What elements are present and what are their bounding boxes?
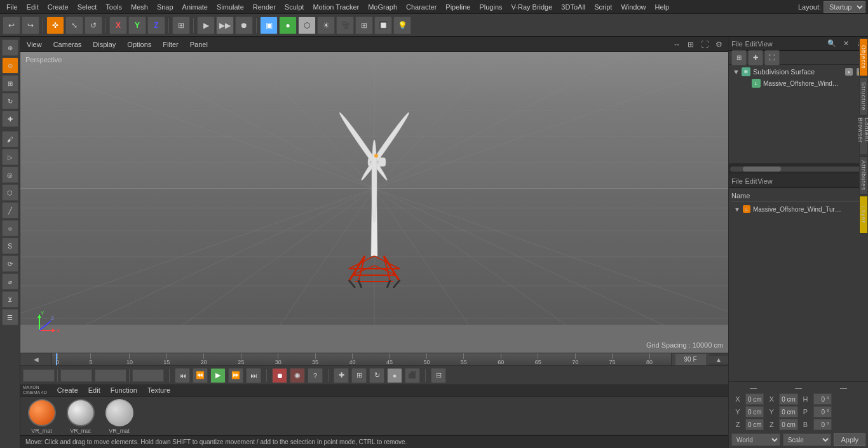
left-btn-4[interactable]: ↻ xyxy=(2,93,18,109)
menu-mesh[interactable]: Mesh xyxy=(127,2,152,12)
timeline-arrow-up[interactable]: ▲ xyxy=(715,356,722,363)
material-swatch-0[interactable]: VR_mat xyxy=(24,399,59,434)
coord-y-size-input[interactable] xyxy=(779,406,797,417)
scrollbar-thumb[interactable] xyxy=(743,166,781,172)
menu-script[interactable]: Script xyxy=(590,2,616,12)
end-frame-input[interactable] xyxy=(675,353,707,366)
menu-vraybridge[interactable]: V-Ray Bridge xyxy=(508,2,557,12)
object-mode-button[interactable]: ⊞ xyxy=(172,17,190,34)
redo-button[interactable]: ↪ xyxy=(22,17,39,34)
vp-fit-icon[interactable]: ⊞ xyxy=(685,39,696,50)
coord-x-pos-input[interactable] xyxy=(745,393,764,405)
menu-motiontracker[interactable]: Motion Tracker xyxy=(309,2,363,12)
vp-settings-icon[interactable]: ⚙ xyxy=(713,39,724,50)
objects-edit-btn[interactable]: Edit xyxy=(745,38,757,50)
preview-end-input[interactable]: 90 F xyxy=(95,369,126,382)
objects-close-icon[interactable]: ✕ xyxy=(840,38,851,50)
scale-dropdown[interactable]: Scale xyxy=(783,433,832,446)
menu-tools[interactable]: Tools xyxy=(102,2,126,12)
cylinder-button[interactable]: ⬡ xyxy=(298,17,316,34)
right-tab-content-browser[interactable]: Content Browser xyxy=(859,117,868,155)
auto-key-button[interactable]: ◉ xyxy=(290,368,305,383)
menu-render[interactable]: Render xyxy=(249,2,280,12)
scene-button[interactable]: 🔲 xyxy=(374,17,392,34)
preview-start-input[interactable]: 0 F xyxy=(60,369,92,382)
cube-button[interactable]: ▣ xyxy=(260,17,278,34)
menu-select[interactable]: Select xyxy=(74,2,101,12)
objects-item-subdivision[interactable]: ▼ ⊞ Subdivision Surface ● 🔒 xyxy=(730,66,867,78)
undo-button[interactable]: ↩ xyxy=(3,17,20,34)
left-btn-9[interactable]: ⬡ xyxy=(2,184,18,201)
camera-button[interactable]: 🎥 xyxy=(336,17,354,34)
step-forward-button[interactable]: ⏩ xyxy=(228,368,243,383)
current-frame-input[interactable]: 0 F xyxy=(23,369,55,382)
menu-file[interactable]: File xyxy=(3,2,22,12)
left-btn-7[interactable]: ▷ xyxy=(2,149,18,165)
coord-h-input[interactable] xyxy=(813,393,832,405)
menu-simulate[interactable]: Simulate xyxy=(213,2,248,12)
menu-create[interactable]: Create xyxy=(44,2,72,12)
sphere-button[interactable]: ● xyxy=(279,17,297,34)
menu-sculpt[interactable]: Sculpt xyxy=(281,2,308,12)
attr-file-btn[interactable]: File xyxy=(731,175,743,187)
menu-plugins[interactable]: Plugins xyxy=(475,2,506,12)
coord-b-input[interactable] xyxy=(813,419,832,430)
apply-button[interactable]: Apply xyxy=(834,433,865,446)
solo-button[interactable]: ● xyxy=(387,368,402,383)
grid-button[interactable]: ⊞ xyxy=(355,17,373,34)
coord-z-size-input[interactable] xyxy=(779,419,797,430)
vp-fullscreen-icon[interactable]: ⛶ xyxy=(699,39,710,50)
left-btn-12[interactable]: S xyxy=(2,238,18,254)
left-btn-16[interactable]: ☰ xyxy=(2,309,18,325)
render-button[interactable]: ▶▶ xyxy=(216,17,234,34)
menu-edit[interactable]: Edit xyxy=(23,2,43,12)
menu-3dtoall[interactable]: 3DToAll xyxy=(557,2,589,12)
move-tool-button[interactable]: ✜ xyxy=(46,17,64,34)
viewport[interactable]: Perspective xyxy=(20,52,728,353)
menu-animate[interactable]: Animate xyxy=(179,2,212,12)
left-btn-paint[interactable]: 🖌 xyxy=(2,131,18,147)
timeline-ruler[interactable]: 0 5 10 15 20 25 30 35 40 45 50 55 60 65 … xyxy=(52,353,671,365)
obj-btn-1[interactable]: ⊞ xyxy=(731,50,747,65)
end-time-input[interactable]: 90 F xyxy=(132,369,164,382)
mat-menu-texture[interactable]: Texture xyxy=(145,385,173,395)
left-btn-2[interactable]: ⊙ xyxy=(2,57,18,74)
menu-window[interactable]: Window xyxy=(617,2,649,12)
left-btn-14[interactable]: ⌀ xyxy=(2,273,18,290)
left-btn-10[interactable]: ╱ xyxy=(2,202,18,219)
world-dropdown[interactable]: World xyxy=(731,433,780,446)
mat-menu-create[interactable]: Create xyxy=(55,385,81,395)
right-tab-attributes[interactable]: Attributes xyxy=(859,156,868,194)
coord-x-size-input[interactable] xyxy=(779,393,797,405)
left-btn-13[interactable]: ⟳ xyxy=(2,255,18,272)
menu-snap[interactable]: Snap xyxy=(153,2,177,12)
vp-menu-cameras[interactable]: Cameras xyxy=(51,39,85,50)
material-swatch-1[interactable]: VR_mat xyxy=(63,399,98,434)
snap-settings-button[interactable]: ⊞ xyxy=(351,368,367,383)
play-button[interactable]: ▶ xyxy=(210,368,226,383)
z-axis-button[interactable]: Z xyxy=(147,17,165,34)
vp-menu-view[interactable]: View xyxy=(24,39,44,50)
vp-menu-options[interactable]: Options xyxy=(125,39,154,50)
goto-end-button[interactable]: ⏭ xyxy=(246,368,261,383)
material-swatch-2[interactable]: VR_mat xyxy=(102,399,137,434)
left-btn-15[interactable]: ⊻ xyxy=(2,291,18,308)
scrollbar-track[interactable] xyxy=(730,166,867,172)
objects-search-icon[interactable]: 🔍 xyxy=(826,38,837,50)
obj-btn-3[interactable]: ⛶ xyxy=(764,50,780,65)
rotate-tool-button[interactable]: ↺ xyxy=(85,17,102,34)
y-axis-button[interactable]: Y xyxy=(128,17,146,34)
mat-menu-function[interactable]: Function xyxy=(108,385,140,395)
obj-btn-2[interactable]: ✚ xyxy=(748,50,763,65)
left-btn-1[interactable]: ⊕ xyxy=(2,39,18,56)
vp-menu-display[interactable]: Display xyxy=(90,39,118,50)
right-tab-objects[interactable]: Objects xyxy=(859,38,868,76)
record-button[interactable]: ⏺ xyxy=(272,368,287,383)
attr-view-btn[interactable]: View xyxy=(759,175,771,187)
left-btn-11[interactable]: ⌾ xyxy=(2,220,18,236)
motion-clip-button[interactable]: ⬛ xyxy=(405,368,420,383)
snap-mode-button[interactable]: ✚ xyxy=(334,368,349,383)
menu-pipeline[interactable]: Pipeline xyxy=(442,2,474,12)
layout-select[interactable]: Startup xyxy=(824,1,865,13)
vp-menu-filter[interactable]: Filter xyxy=(160,39,180,50)
